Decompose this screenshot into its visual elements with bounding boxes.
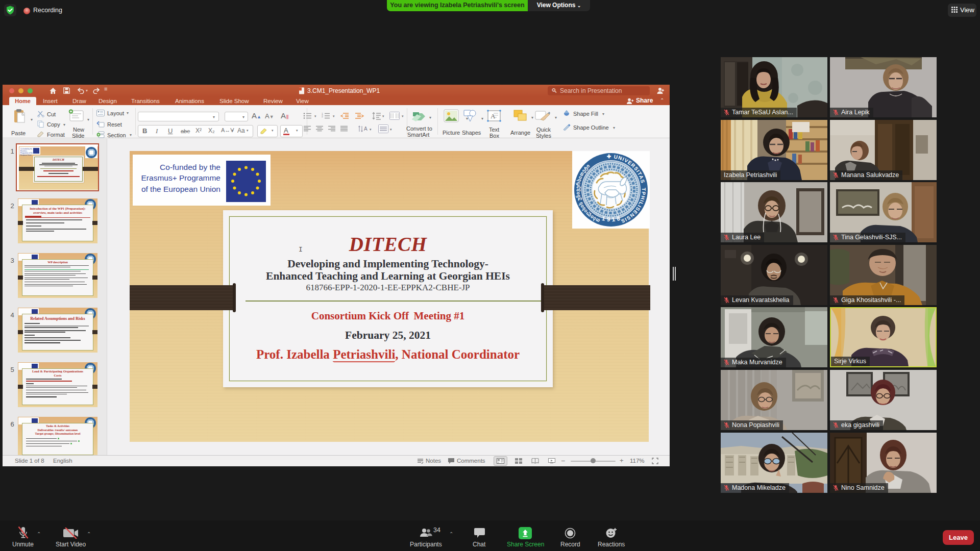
svg-text:A: A [364,126,368,132]
svg-text:2: 2 [322,115,323,118]
